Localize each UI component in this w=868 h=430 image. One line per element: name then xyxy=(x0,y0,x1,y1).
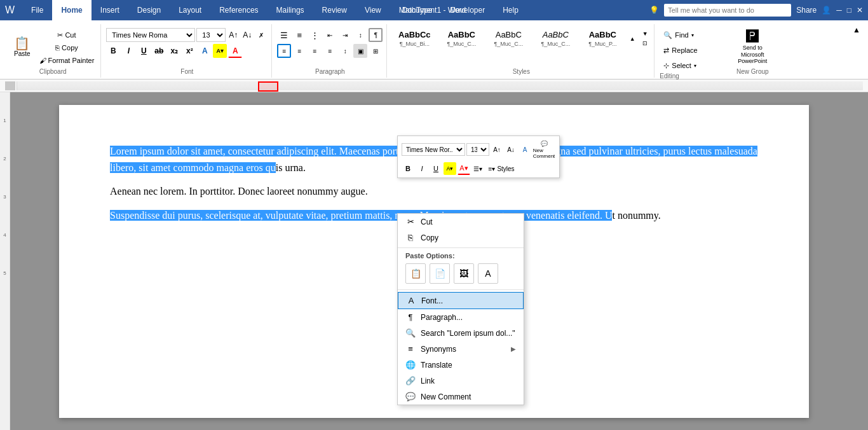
mini-font-select[interactable]: Times New Ror... xyxy=(402,143,465,156)
numbering-button[interactable]: ≡ xyxy=(292,28,306,42)
styles-content: AaBbCc ¶_Muc_Bi... AaBbC ¶_Muc_C... AaBb… xyxy=(392,25,650,68)
context-font[interactable]: A Font... xyxy=(398,292,524,309)
comment-icon: 💬 xyxy=(541,141,548,147)
increase-font-button[interactable]: A↑ xyxy=(227,29,240,41)
context-copy[interactable]: ⎘ Copy xyxy=(398,230,524,246)
tab-home[interactable]: Home xyxy=(52,0,91,20)
clear-format-button[interactable]: ✗ xyxy=(255,29,268,41)
tab-insert[interactable]: Insert xyxy=(92,0,128,20)
find-button[interactable]: 🔍 Find ▾ xyxy=(660,28,701,42)
tab-references[interactable]: References xyxy=(210,0,267,20)
highlight-button[interactable]: A▾ xyxy=(213,44,227,58)
justify-button[interactable]: ≡ xyxy=(323,44,337,58)
decrease-indent-button[interactable]: ⇤ xyxy=(323,28,337,42)
borders-button[interactable]: ⊞ xyxy=(369,44,383,58)
format-painter-button[interactable]: 🖌 Format Painter xyxy=(37,55,97,66)
mini-new-comment[interactable]: 💬 New Comment xyxy=(532,139,555,160)
context-search[interactable]: 🔍 Search "Lorem ipsum dol..." xyxy=(398,325,524,341)
mini-highlight[interactable]: A▾ xyxy=(444,162,456,175)
context-paragraph[interactable]: ¶ Paragraph... xyxy=(398,309,524,325)
font-family-select[interactable]: Times New Roma xyxy=(106,28,195,42)
context-translate[interactable]: 🌐 Translate xyxy=(398,357,524,373)
search-icon: 🔍 xyxy=(405,328,416,338)
styles-scroll-up[interactable]: ▲ xyxy=(627,34,637,43)
document-area: 1 2 3 4 5 Lorem ipsum dolor sit amet, co… xyxy=(0,92,868,430)
send-to-powerpoint-button[interactable]: 🅿 Send to Microsoft PowerPoint xyxy=(727,28,778,66)
text-effects-button[interactable]: A xyxy=(198,44,212,58)
mini-numbering[interactable]: ≡▾ xyxy=(485,162,498,175)
align-left-button[interactable]: ≡ xyxy=(277,44,291,58)
cut-button[interactable]: ✂ Cut xyxy=(37,29,97,41)
tab-layout[interactable]: Layout xyxy=(170,0,210,20)
context-synonyms[interactable]: ≡ Synonyms ▶ xyxy=(398,341,524,357)
editing-group: 🔍 Find ▾ ⇄ Replace ⊹ Select ▾ Editing xyxy=(656,24,719,78)
share-button[interactable]: Share xyxy=(796,6,817,15)
powerpoint-icon: 🅿 xyxy=(746,29,759,44)
tab-file[interactable]: File xyxy=(22,0,52,20)
paste-text-only[interactable]: A xyxy=(478,263,498,284)
mini-decrease-font[interactable]: A↓ xyxy=(505,143,517,156)
underline-button[interactable]: U xyxy=(137,44,151,58)
minimize-button[interactable]: ─ xyxy=(836,6,842,15)
mini-toolbar-row2: B I U A▾ A▾ ☰▾ ≡▾ Styles xyxy=(402,162,555,175)
mini-underline[interactable]: U xyxy=(430,162,442,175)
styles-expand[interactable]: ⊡ xyxy=(640,39,650,48)
style-item-2[interactable]: AaBbC ¶_Muc_C... xyxy=(439,28,484,49)
context-cut[interactable]: ✂ Cut xyxy=(398,214,524,230)
sort-button[interactable]: ↕ xyxy=(353,28,367,42)
align-center-button[interactable]: ≡ xyxy=(292,44,306,58)
maximize-button[interactable]: □ xyxy=(847,6,851,15)
paste-picture[interactable]: 🖼 xyxy=(454,263,474,284)
minimize-ribbon-button[interactable]: ▲ xyxy=(850,23,863,37)
decrease-font-button[interactable]: A↓ xyxy=(241,29,254,41)
context-link[interactable]: 🔗 Link xyxy=(398,373,524,389)
paste-keep-source[interactable]: 📋 xyxy=(405,263,426,284)
font-color-button[interactable]: A xyxy=(228,44,242,58)
tab-mailings[interactable]: Mailings xyxy=(268,0,313,20)
line-spacing-button[interactable]: ↕ xyxy=(338,44,352,58)
bold-button[interactable]: B xyxy=(106,44,120,58)
tab-design[interactable]: Design xyxy=(128,0,170,20)
mini-increase-font[interactable]: A↑ xyxy=(491,143,503,156)
style-item-3[interactable]: AaBbC ¶_Muc_C... xyxy=(486,28,531,49)
strikethrough-button[interactable]: ab xyxy=(152,44,166,58)
mini-bold[interactable]: B xyxy=(402,162,414,175)
context-new-comment[interactable]: 💬 New Comment xyxy=(398,389,524,405)
show-hide-button[interactable]: ¶ xyxy=(369,28,383,42)
align-right-button[interactable]: ≡ xyxy=(308,44,322,58)
multilevel-list-button[interactable]: ⋮ xyxy=(308,28,322,42)
mini-italic[interactable]: I xyxy=(416,162,428,175)
italic-button[interactable]: I xyxy=(121,44,135,58)
search-input[interactable] xyxy=(664,4,791,17)
tab-view[interactable]: View xyxy=(356,0,390,20)
paragraph-2: Aenean nec lorem. In porttitor. Donec la… xyxy=(110,183,758,200)
bullets-button[interactable]: ☰ xyxy=(277,28,291,42)
style-item-5[interactable]: AaBbC ¶_Muc_P... xyxy=(580,28,625,49)
mini-size-select[interactable]: 13 xyxy=(466,143,489,156)
increase-indent-button[interactable]: ⇥ xyxy=(338,28,352,42)
paste-button[interactable]: 📋 Paste xyxy=(9,28,36,66)
style-item-4[interactable]: AaBbC ¶_Muc_C... xyxy=(533,28,578,49)
shading-button[interactable]: ▣ xyxy=(353,44,367,58)
tab-help[interactable]: Help xyxy=(494,0,527,20)
word-icon: W xyxy=(5,4,15,16)
replace-button[interactable]: ⇄ Replace xyxy=(660,43,701,57)
title-bar: W File Home Insert Design Layout Referen… xyxy=(0,0,868,20)
lightbulb-icon: 💡 xyxy=(649,6,659,15)
copy-button[interactable]: ⎘ Copy xyxy=(37,42,97,53)
paragraph-icon: ¶ xyxy=(405,312,416,322)
mini-bullets[interactable]: ☰▾ xyxy=(471,162,484,175)
style-item-1[interactable]: AaBbCc ¶_Muc_Bi... xyxy=(392,28,437,49)
mini-font-color[interactable]: A▾ xyxy=(458,162,470,175)
superscript-button[interactable]: x² xyxy=(182,44,196,58)
paste-merge-format[interactable]: 📄 xyxy=(430,263,450,284)
close-button[interactable]: ✕ xyxy=(857,6,863,15)
select-button[interactable]: ⊹ Select ▾ xyxy=(660,59,701,73)
mini-styles[interactable]: Styles xyxy=(499,162,512,175)
styles-scroll-down[interactable]: ▼ xyxy=(640,29,650,38)
left-ruler: 1 2 3 4 5 xyxy=(0,92,10,430)
subscript-button[interactable]: x₂ xyxy=(167,44,181,58)
font-size-select[interactable]: 13 xyxy=(196,28,226,42)
tab-review[interactable]: Review xyxy=(313,0,356,20)
mini-text-effects[interactable]: A xyxy=(519,143,531,156)
